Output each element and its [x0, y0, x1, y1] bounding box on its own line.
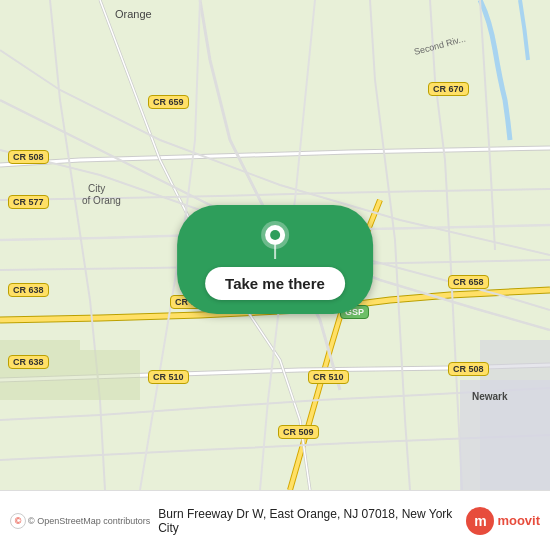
svg-rect-2	[80, 350, 140, 400]
road-badge-cr510a: CR 510	[148, 370, 189, 384]
moovit-brand-text: moovit	[497, 513, 540, 528]
svg-point-13	[270, 230, 280, 240]
road-badge-cr510b: CR 510	[308, 370, 349, 384]
road-badge-cr659: CR 659	[148, 95, 189, 109]
road-badge-cr658: CR 658	[448, 275, 489, 289]
road-badge-cr638a: CR 638	[8, 283, 49, 297]
svg-text:of Orang: of Orang	[82, 195, 121, 206]
osm-text: © OpenStreetMap contributors	[28, 516, 150, 526]
osm-icon: ©	[10, 513, 26, 529]
svg-rect-1	[0, 340, 80, 400]
map-container: Orange City of Orang Newark Second Riv..…	[0, 0, 550, 490]
moovit-logo: m moovit	[466, 507, 540, 535]
bottom-bar: © © OpenStreetMap contributors Burn Free…	[0, 490, 550, 550]
green-pill-overlay: Take me there	[177, 205, 373, 314]
osm-attribution: © © OpenStreetMap contributors	[10, 513, 150, 529]
road-badge-cr577: CR 577	[8, 195, 49, 209]
moovit-icon: m	[466, 507, 494, 535]
road-badge-cr508: CR 508	[8, 150, 49, 164]
svg-text:Newark: Newark	[472, 391, 508, 402]
action-button-container: Take me there	[177, 205, 373, 314]
address-label: Burn Freeway Dr W, East Orange, NJ 07018…	[158, 507, 458, 535]
location-pin-icon	[259, 219, 291, 259]
road-badge-cr638b: CR 638	[8, 355, 49, 369]
svg-text:City: City	[88, 183, 105, 194]
road-badge-cr508b: CR 508	[448, 362, 489, 376]
svg-text:Orange: Orange	[115, 8, 152, 20]
take-me-there-button[interactable]: Take me there	[205, 267, 345, 300]
road-badge-cr509: CR 509	[278, 425, 319, 439]
road-badge-cr670: CR 670	[428, 82, 469, 96]
